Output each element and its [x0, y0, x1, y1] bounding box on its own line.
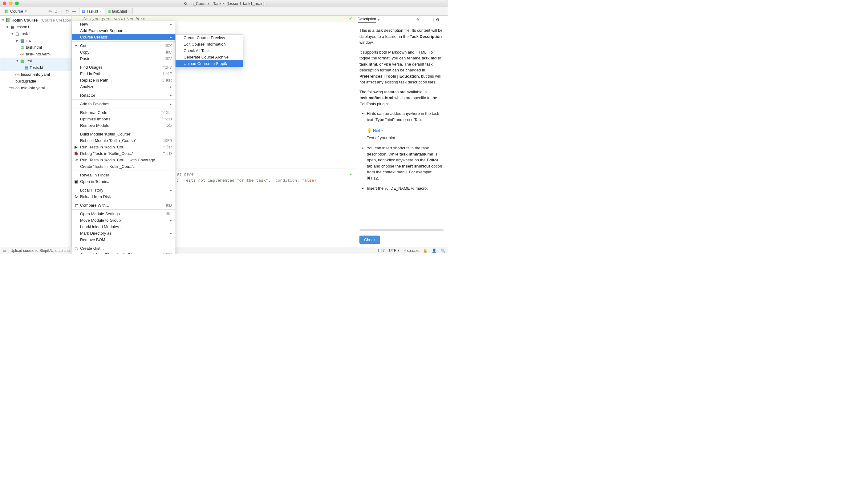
gear-icon[interactable]: ⚙ — [436, 18, 439, 22]
tree-lesson-info[interactable]: YMLlesson-info.yaml — [0, 71, 71, 78]
collapse-icon[interactable]: ⇵ — [55, 9, 58, 13]
menu-item[interactable]: ▣Open in Terminal — [72, 178, 175, 185]
menu-label: Replace in Path... — [80, 78, 112, 83]
arrow-left-icon[interactable]: ← — [422, 18, 425, 22]
menu-item[interactable]: Generate Course Archive — [176, 54, 243, 60]
menu-label: Build Module 'Kotlin_Course' — [80, 132, 131, 136]
chevron-down-icon[interactable]: ▾ — [378, 18, 379, 22]
menu-label: Run 'Tests in 'Kotlin_Cou...' — [80, 145, 128, 149]
menu-item[interactable]: Remove BOM — [72, 236, 175, 243]
tree-course-info[interactable]: YMLcourse-info.yaml — [0, 85, 71, 92]
menu-label: Reload from Disk — [80, 194, 111, 199]
menu-label: Mark Directory as — [80, 231, 112, 235]
tree-task1[interactable]: ▼▢task1 — [0, 31, 71, 37]
course-dropdown[interactable]: Course ▼ — [2, 8, 29, 14]
gear-icon[interactable]: ⚙ — [65, 9, 69, 13]
menu-item[interactable]: Build Module 'Kotlin_Course' — [72, 131, 175, 137]
window-title: Kotlin_Course – Task.kt [lesson1-task1_m… — [184, 1, 265, 6]
menu-item[interactable]: 🐞Debug 'Tests in 'Kotlin_Cou...'⌃⇧D — [72, 150, 175, 157]
scrollbar[interactable] — [360, 229, 443, 231]
tab-task-html[interactable]: ▦ task.html × — [105, 8, 133, 14]
indent[interactable]: 4 spaces — [404, 249, 418, 253]
edit-icon[interactable]: ✎ — [416, 18, 420, 22]
hint-text: Text of your hint — [367, 135, 395, 140]
minimize-panel-icon[interactable]: — — [72, 9, 76, 13]
menu-item[interactable]: Rebuild Module 'Kotlin_Course'⇧⌘F9 — [72, 137, 175, 144]
menu-item[interactable]: Find Usages⌥F7 — [72, 64, 175, 70]
close-icon[interactable] — [3, 2, 6, 5]
maximize-icon[interactable] — [15, 2, 19, 5]
menu-item[interactable]: ⟳Run 'Tests in 'Kotlin_Cou...' with Cove… — [72, 157, 175, 163]
tree-src[interactable]: ▶▆src — [0, 37, 71, 44]
hint-toggle[interactable]: 💡Hint ▾ — [367, 128, 383, 134]
menu-item[interactable]: Find in Path...⇧⌘F — [72, 70, 175, 77]
editor-comment-2: st here — [177, 172, 193, 176]
target-icon[interactable]: ◎ — [49, 9, 52, 13]
tab-task-kt[interactable]: ▦ Task.kt × — [79, 8, 104, 14]
menu-item[interactable]: Convert Java File to Kotlin File⌥⇧⌘K — [72, 252, 175, 254]
menu-item[interactable]: Open Module Settings⌘↓ — [72, 210, 175, 217]
tree-task-html[interactable]: ▦task.html — [0, 44, 71, 51]
menu-item[interactable]: Mark Directory as▸ — [72, 230, 175, 236]
tab-close-icon[interactable]: × — [128, 9, 130, 13]
menu-item[interactable]: ✂Cut⌘X — [72, 42, 175, 49]
menu-item[interactable]: Load/Unload Modules... — [72, 224, 175, 230]
yaml-file-icon: YML — [15, 72, 20, 77]
menu-item[interactable]: Replace in Path...⇧⌘R — [72, 77, 175, 84]
menu-item[interactable]: ◌Create Gist... — [72, 245, 175, 252]
menu-item[interactable]: Add Framework Support... — [72, 27, 175, 34]
status-text: Upload course to Stepik/Update cou — [10, 249, 70, 253]
desc-text: Editor — [427, 158, 438, 162]
lock-icon[interactable]: 🔒 — [423, 249, 428, 253]
menu-item[interactable]: ⇄Compare With...⌘D — [72, 202, 175, 208]
menu-shortcut: ⇧⌘R — [156, 78, 172, 83]
cursor-position[interactable]: 1:27 — [378, 249, 385, 253]
menu-item[interactable]: Refactor▸ — [72, 92, 175, 99]
menu-item[interactable]: New▸ — [72, 21, 175, 27]
menu-item[interactable]: Upload Course to Stepik — [176, 60, 243, 67]
menu-item[interactable]: Copy⌘C — [72, 49, 175, 56]
tree-tests-kt[interactable]: ▦Tests.kt — [0, 64, 71, 71]
menu-item[interactable]: ▶Run 'Tests in 'Kotlin_Cou...'⌃⇧R — [72, 144, 175, 150]
menu-item[interactable]: Reformat Code⌥⌘L — [72, 109, 175, 116]
check-button[interactable]: Check — [360, 235, 380, 244]
check-ok-icon: ✔ — [349, 16, 352, 21]
desc-text: window. — [360, 40, 374, 45]
inspector-icon[interactable]: 👤 — [432, 249, 436, 253]
tree-lesson1[interactable]: ▼▦lesson1 — [0, 24, 71, 31]
menu-item[interactable]: ↻Reload from Disk — [72, 193, 175, 200]
minimize-icon[interactable] — [9, 2, 12, 5]
menu-item[interactable]: Analyze▸ — [72, 84, 175, 90]
tree-test[interactable]: ▼▆test — [0, 58, 71, 64]
menu-label: Edit Course Information — [184, 42, 226, 46]
menu-item[interactable]: Local History▸ — [72, 187, 175, 193]
menu-item[interactable]: Check All Tasks — [176, 47, 243, 54]
minimize-panel-icon[interactable]: — — [441, 18, 445, 22]
tree-build-gradle[interactable]: ⟐build.gradle — [0, 78, 71, 85]
menu-label: Remove BOM — [80, 237, 105, 242]
search-icon[interactable]: 🔍 — [441, 249, 445, 253]
menu-item[interactable]: Optimize Imports⌃⌥O — [72, 116, 175, 122]
tree-root[interactable]: ▼📗Kotlin Course (Course Creation) — [0, 17, 71, 24]
menu-item[interactable]: Create 'Tests in 'Kotlin_Cou...'... — [72, 163, 175, 170]
menu-item[interactable]: Edit Course Information — [176, 41, 243, 47]
menu-item[interactable]: Create Course Preview — [176, 34, 243, 41]
menu-label: Local History — [80, 188, 103, 192]
desc-text: Insert shortcut — [402, 164, 430, 168]
menu-item[interactable]: Reveal in Finder — [72, 172, 175, 178]
tree-task-info[interactable]: YMLtask-info.yaml — [0, 51, 71, 58]
menu-item[interactable]: Add to Favorites▸ — [72, 101, 175, 107]
menu-item[interactable]: Course Creator▸ — [72, 34, 175, 40]
code-label: : — [177, 178, 179, 183]
menu-item[interactable]: Move Module to Group▸ — [72, 217, 175, 224]
menu-item[interactable]: Remove Module⌦ — [72, 122, 175, 129]
menu-label: Reveal in Finder — [80, 173, 110, 177]
module-icon: ▦ — [10, 25, 15, 30]
tree-label: test — [26, 58, 32, 64]
desc-text: Task Description — [410, 34, 442, 39]
arrow-right-icon[interactable]: → — [427, 18, 431, 22]
menu-item[interactable]: Paste⌘V — [72, 56, 175, 62]
tab-label: Task.kt — [87, 9, 98, 13]
tab-close-icon[interactable]: × — [99, 9, 101, 13]
encoding[interactable]: UTF-8 — [389, 249, 400, 253]
